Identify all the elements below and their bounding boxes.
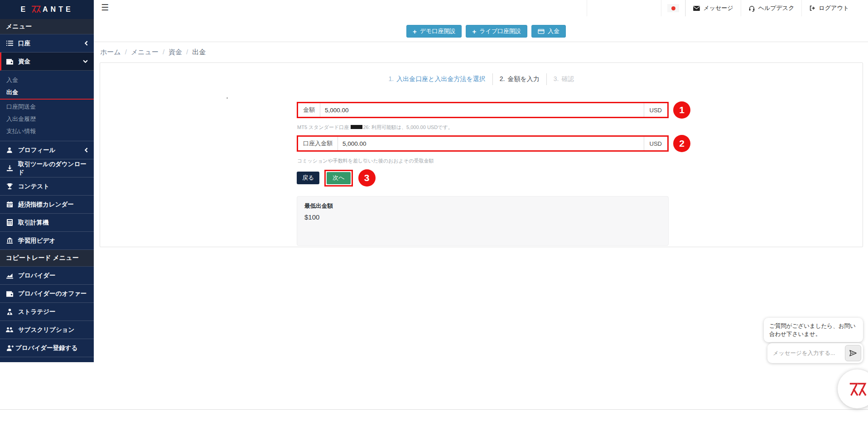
helpdesk-nav-item[interactable]: ヘルプデスク xyxy=(741,0,802,16)
chat-greeting-bubble: ご質問がございましたら、お問い合わせ下さいませ。 xyxy=(764,318,863,342)
topbar: ☰ + デモ口座開設 + ライブ口座開設 入金 メッセージ ヘルプデスク ロ xyxy=(94,0,868,42)
step-select-account[interactable]: 1. 入出金口座と入出金方法を選択 xyxy=(388,75,485,83)
helper-suffix: 26: 利用可能額は、5,000.00 USDです。 xyxy=(363,124,453,130)
wallet-icon xyxy=(6,58,13,65)
sidebar-item-profile[interactable]: プロフィール xyxy=(0,141,94,159)
sidebar-item-label: 取引ツールのダウンロード xyxy=(18,160,88,177)
amount-helper-text: MT5 スタンダード口座 26: 利用可能額は、5,000.00 USDです。 xyxy=(297,124,669,131)
send-message-button[interactable] xyxy=(845,345,861,361)
sidebar-item-tools-download[interactable]: 取引ツールのダウンロード xyxy=(0,159,94,177)
headset-icon xyxy=(748,5,755,12)
calculator-icon xyxy=(6,219,13,226)
send-icon xyxy=(849,349,857,357)
language-selector[interactable] xyxy=(661,0,685,16)
step-label: 入出金口座と入出金方法を選択 xyxy=(396,75,486,83)
sidebar-subitem-deposit[interactable]: 入金 xyxy=(0,74,94,86)
annotation-badge-2: 2 xyxy=(673,135,690,152)
back-button[interactable]: 戻る xyxy=(297,172,319,184)
nav-label: ヘルプデスク xyxy=(758,4,795,12)
breadcrumb-withdrawal: 出金 xyxy=(192,48,206,57)
sidebar-item-label: 学習用ビデオ xyxy=(18,237,55,245)
card-icon xyxy=(538,29,545,34)
sidebar-item-economic-calendar[interactable]: 経済指標カレンダー xyxy=(0,196,94,214)
next-button[interactable]: 次へ xyxy=(327,172,350,184)
breadcrumb: ホーム / メニュー / 資金 / 出金 xyxy=(100,48,206,57)
chat-launcher-button[interactable] xyxy=(838,369,868,408)
logout-nav-item[interactable]: ログアウト xyxy=(801,0,856,16)
sidebar-subitem-payment-info[interactable]: 支払い情報 xyxy=(0,125,94,137)
breadcrumb-separator: / xyxy=(186,48,188,57)
breadcrumb-funds[interactable]: 資金 xyxy=(169,48,182,57)
deposit-button[interactable]: 入金 xyxy=(531,25,566,38)
errante-mark-icon xyxy=(30,5,41,14)
chevron-left-icon xyxy=(85,41,88,46)
amount-input-group: 金額 USD xyxy=(298,103,667,117)
sidebar-item-provider[interactable]: プロバイダー xyxy=(0,267,94,285)
plus-icon: + xyxy=(413,28,417,35)
active-item-underline xyxy=(0,99,94,100)
step-enter-amount: 2. 金額を入力 xyxy=(500,75,540,83)
minimum-withdrawal-title: 最低出金額 xyxy=(304,202,661,210)
sidebar-item-strategy[interactable]: ストラテジー xyxy=(0,303,94,321)
sidebar-item-accounts[interactable]: 口座 xyxy=(0,34,94,53)
bank-icon xyxy=(6,237,13,244)
chat-message-input[interactable] xyxy=(769,350,845,356)
person-tie-icon xyxy=(6,308,13,315)
account-action-buttons: + デモ口座開設 + ライブ口座開設 入金 xyxy=(406,25,566,38)
amount-input[interactable] xyxy=(320,103,644,117)
brand-logo-text-start: E xyxy=(20,5,28,14)
sidebar-item-label: サブスクリプション xyxy=(18,326,74,334)
chat-input-row xyxy=(767,343,863,363)
sidebar-item-funds[interactable]: 資金 xyxy=(0,53,94,71)
sidebar-item-contest[interactable]: コンテスト xyxy=(0,177,94,196)
plus-icon: + xyxy=(472,28,476,35)
brand-logo-text-end: ANTE xyxy=(43,5,73,14)
sidebar-item-label: 経済指標カレンダー xyxy=(18,201,74,209)
sidebar-subitem-withdrawal[interactable]: 出金 xyxy=(0,86,94,98)
sidebar-item-trade-calculator[interactable]: 取引計算機 xyxy=(0,214,94,232)
annotation-badge-1: 1 xyxy=(673,101,690,119)
sidebar: E ANTE メニュー 口座 資金 入金 出金 口座間送金 入出金履歴 支払い情… xyxy=(0,0,94,362)
sidebar-item-label: 取引計算機 xyxy=(18,219,49,227)
sidebar-subitem-internal-transfer[interactable]: 口座間送金 xyxy=(0,101,94,113)
chevron-left-icon xyxy=(85,148,88,153)
users-icon xyxy=(6,327,13,333)
amount-annotation-box: 金額 USD 1 xyxy=(297,102,669,118)
receive-input[interactable] xyxy=(338,137,644,150)
step-number: 2. xyxy=(500,75,505,83)
redacted-account-number xyxy=(351,125,362,129)
sidebar-toggle-button[interactable]: ☰ xyxy=(101,2,109,13)
sidebar-item-label: 口座 xyxy=(18,39,30,48)
sidebar-item-learning-videos[interactable]: 学習用ビデオ xyxy=(0,232,94,250)
person-icon xyxy=(6,147,13,153)
next-annotation-box: 次へ xyxy=(324,170,352,187)
breadcrumb-menu[interactable]: メニュー xyxy=(131,48,159,57)
trophy-icon xyxy=(6,183,13,190)
minimum-withdrawal-box: 最低出金額 $100 xyxy=(297,196,669,246)
breadcrumb-separator: / xyxy=(163,48,164,57)
errante-mark-icon xyxy=(847,380,867,397)
sidebar-item-provider-offers[interactable]: プロバイダーのオファー xyxy=(0,285,94,303)
amount-currency: USD xyxy=(644,103,667,117)
form-buttons-row: 戻る 次へ 3 xyxy=(297,169,669,187)
step-confirm: 3. 確認 xyxy=(554,75,574,83)
receive-currency: USD xyxy=(644,137,667,150)
step-indicator: 1. 入出金口座と入出金方法を選択 2. 金額を入力 3. 確認 xyxy=(100,73,863,85)
button-label: デモ口座開設 xyxy=(420,27,456,35)
step-divider xyxy=(546,73,547,85)
logout-icon xyxy=(809,5,815,11)
open-live-account-button[interactable]: + ライブ口座開設 xyxy=(466,25,527,38)
step-number: 1. xyxy=(388,75,394,83)
open-demo-account-button[interactable]: + デモ口座開設 xyxy=(406,25,462,38)
breadcrumb-home[interactable]: ホーム xyxy=(100,48,121,57)
button-label: ライブ口座開設 xyxy=(479,27,521,35)
button-label: 入金 xyxy=(548,27,559,35)
sidebar-item-provider-register[interactable]: プロバイダー登録する xyxy=(0,339,94,357)
annotation-badge-3: 3 xyxy=(358,169,376,187)
messages-nav-item[interactable]: メッセージ xyxy=(685,0,740,16)
sidebar-item-subscription[interactable]: サブスクリプション xyxy=(0,321,94,339)
sidebar-subitem-transaction-history[interactable]: 入出金履歴 xyxy=(0,113,94,125)
stray-dot xyxy=(227,97,228,99)
sidebar-section-copytrade: コピートレード メニュー xyxy=(0,250,94,267)
brand-logo[interactable]: E ANTE xyxy=(0,0,94,19)
